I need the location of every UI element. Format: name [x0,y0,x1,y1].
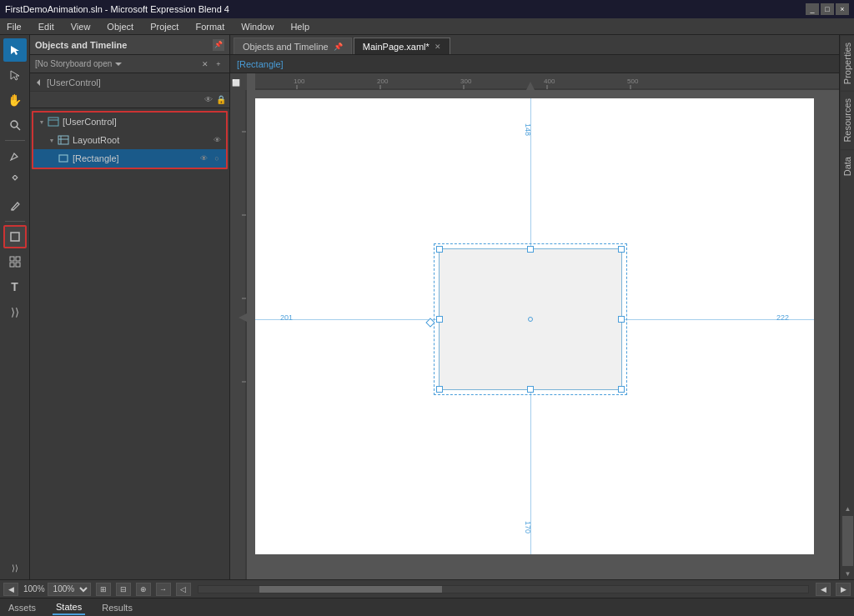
expand-layoutroot-arrow[interactable]: ▼ [47,135,57,145]
layoutroot-eye-icon[interactable]: 👁 [211,134,223,146]
panel-header-buttons: 📌 [213,39,224,51]
menu-help[interactable]: Help [287,21,313,33]
right-scroll-down[interactable]: ▼ [841,568,854,579]
grid-tool[interactable] [3,250,27,273]
text-tool[interactable]: T [3,275,27,298]
view-btn-2[interactable]: ⊟ [116,583,131,596]
rectangle-label: [Rectangle] [73,153,198,163]
menu-object[interactable]: Object [103,21,137,33]
layoutroot-actions: 👁 [211,134,223,146]
minimize-button[interactable]: _ [806,3,819,15]
direct-select-tool[interactable] [3,63,27,87]
bottom-bar: ◀ 100% 25% 50% 75% 100% 150% 200% ⊞ ⊟ ⊕ … [0,579,854,598]
handle-top-left[interactable] [436,246,443,253]
handle-middle-left[interactable] [436,316,443,323]
right-panel-data[interactable]: Data [841,149,854,183]
svg-marker-0 [11,46,19,55]
tree-item-rectangle[interactable]: [Rectangle] 👁 ○ [33,149,226,168]
tab-mainpage[interactable]: MainPage.xaml* ✕ [354,38,450,54]
tab-mainpage-label: MainPage.xaml* [363,42,430,52]
menu-window[interactable]: Window [238,21,277,33]
scroll-right-btn[interactable]: ▶ [836,583,851,596]
dimension-top: 148 [524,123,532,136]
handle-top-right[interactable] [618,246,625,253]
menu-view[interactable]: View [68,21,94,33]
status-tab-states[interactable]: States [53,600,85,615]
status-tab-results[interactable]: Results [98,601,136,614]
handle-top-center[interactable] [527,246,534,253]
tree-item-layoutroot[interactable]: ▼ LayoutRoot 👁 [33,131,226,149]
tab-objects-pin[interactable]: 📌 [334,43,343,51]
pan-tool[interactable]: ✋ [3,88,27,112]
view-btn-1[interactable]: ⊞ [96,583,111,596]
layoutroot-label: LayoutRoot [73,135,211,145]
menu-edit[interactable]: Edit [35,21,58,33]
status-tab-assets[interactable]: Assets [5,601,39,614]
close-button[interactable]: × [836,3,849,15]
rectangle-eye-icon[interactable]: 👁 [198,153,209,164]
svg-text:⬜: ⬜ [232,78,240,87]
expand-usercontrol-arrow[interactable]: ▼ [37,117,47,127]
svg-rect-8 [16,257,20,261]
add-storyboard-button[interactable]: + [213,58,224,70]
pin-panel-button[interactable]: 📌 [213,39,224,51]
handle-bottom-center[interactable] [527,386,534,393]
right-panels: Properties Resources Data ▲ ▼ [839,35,854,579]
svg-rect-6 [11,233,19,241]
handle-bottom-left[interactable] [436,386,443,393]
view-btn-4[interactable]: → [156,583,171,596]
svg-marker-11 [115,63,122,66]
maximize-button[interactable]: □ [821,3,834,15]
play-button[interactable]: ◀ [3,583,18,596]
svg-marker-12 [37,79,40,86]
asset-tool[interactable]: ⟩⟩ [3,300,27,323]
left-toolbar: ✋ T ⟩⟩ ⟩⟩ [0,35,30,579]
menu-format[interactable]: Format [192,21,228,33]
scrollbar-thumb[interactable] [259,586,442,593]
right-panel-resources[interactable]: Resources [841,91,854,149]
svg-text:500: 500 [627,78,639,85]
horizontal-scrollbar[interactable] [198,585,809,593]
tree-highlight-box: ▼ [UserControl] ▼ [32,111,228,169]
status-bar: Assets States Results [0,598,854,616]
select-tool[interactable] [3,38,27,62]
svg-rect-18 [59,155,68,162]
objects-panel: Objects and Timeline 📌 [No Storyboard op… [30,35,229,579]
svg-rect-9 [10,263,14,267]
main-layout: ✋ T ⟩⟩ ⟩⟩ [0,35,854,579]
rectangle-lock-icon[interactable]: ○ [211,153,223,164]
scroll-left-btn[interactable]: ◀ [816,583,831,596]
tab-mainpage-close[interactable]: ✕ [435,43,441,51]
svg-text:300: 300 [460,78,472,85]
toolbar-separator-2 [5,221,25,222]
view-btn-5[interactable]: ◁ [176,583,191,596]
left-panels: Objects and Timeline 📌 [No Storyboard op… [30,35,230,579]
handle-bottom-right[interactable] [618,386,625,393]
svg-rect-13 [48,118,58,126]
zoom-tool[interactable] [3,113,27,137]
handle-middle-right[interactable] [618,316,625,323]
menu-file[interactable]: File [3,21,25,33]
expand-tools-button[interactable]: ⟩⟩ [3,559,27,576]
canvas-viewport[interactable]: ⬜ 100 200 300 400 500 [230,73,839,579]
svg-marker-1 [11,71,19,80]
brush-tool[interactable] [3,194,27,218]
right-panel-properties[interactable]: Properties [841,35,854,91]
tree-item-usercontrol[interactable]: ▼ [UserControl] [33,113,226,131]
breadcrumb-path: [Rectangle] [237,59,284,69]
right-scroll-thumb[interactable] [842,516,853,566]
view-btn-3[interactable]: ⊕ [136,583,151,596]
shape-tool[interactable] [3,225,27,248]
title-text: FirstDemoAnimation.sln - Microsoft Expre… [5,4,229,14]
close-storyboard-button[interactable]: ✕ [199,58,211,70]
selected-rectangle[interactable] [439,248,622,390]
objects-panel-header: Objects and Timeline 📌 [30,35,229,55]
node-tool[interactable] [3,169,27,193]
dimension-right: 222 [776,313,789,322]
menu-project[interactable]: Project [147,21,182,33]
tab-objects-timeline[interactable]: Objects and Timeline 📌 [234,38,352,54]
svg-text:400: 400 [544,78,555,85]
right-scroll-up[interactable]: ▲ [841,503,854,514]
zoom-select[interactable]: 25% 50% 75% 100% 150% 200% [48,583,91,596]
pen-tool[interactable] [3,144,27,168]
